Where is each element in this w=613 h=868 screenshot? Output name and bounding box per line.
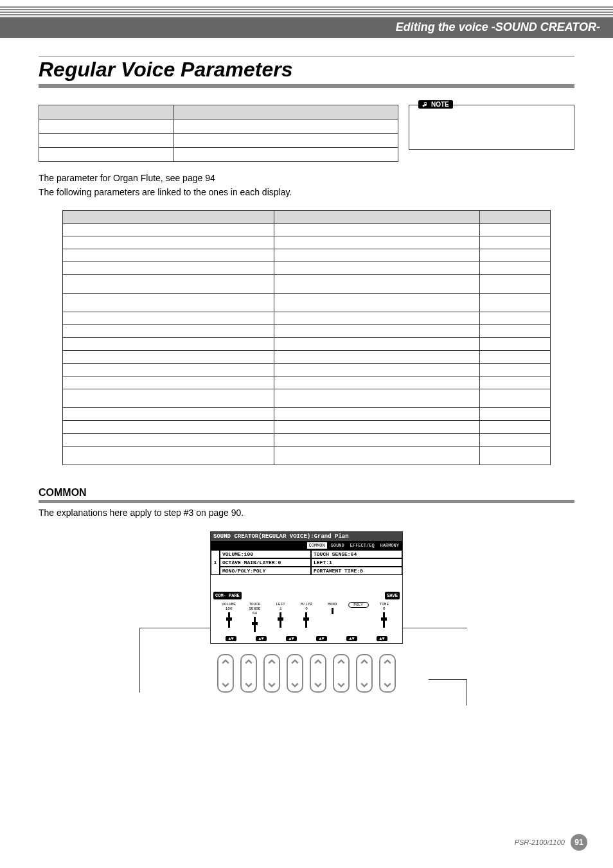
- arrow-button[interactable]: ▲▼: [226, 636, 236, 641]
- cell: PIANO settings in the MIXING CONSOLE (TU…: [274, 224, 480, 236]
- slider-value: POLY: [348, 602, 369, 608]
- param-header-3: Part: [480, 211, 551, 224]
- paragraph-2: The following parameters are linked to t…: [39, 186, 574, 199]
- arrow-button[interactable]: ▲▼: [316, 636, 326, 641]
- chevron-down-icon: [314, 681, 322, 689]
- slider-label: M/LYR: [296, 602, 317, 607]
- callout-line: [403, 628, 467, 628]
- slider-value: 64: [244, 611, 265, 616]
- slider-octave-left[interactable]: LEFT1: [271, 602, 291, 633]
- cell: [480, 312, 551, 325]
- cell: MONO/POLY: [63, 421, 274, 434]
- arrow-button[interactable]: ▲▼: [346, 636, 357, 641]
- panel-button[interactable]: [240, 654, 257, 693]
- chevron-up-icon: [268, 658, 276, 666]
- lcd-row-number: 1: [211, 550, 220, 575]
- slider-label: LEFT: [271, 602, 291, 607]
- slider-touch-sense[interactable]: TOUCHSENSE64: [244, 602, 265, 633]
- note-label: NOTE: [431, 101, 449, 108]
- panel-button[interactable]: [310, 654, 326, 693]
- panel-button[interactable]: [379, 654, 396, 693]
- arrow-button[interactable]: ▲▼: [377, 636, 387, 641]
- cell: Selected part: [480, 389, 551, 408]
- table-row: PITCH BEND RANGEPITCH BEND RANGE in the …: [63, 447, 551, 465]
- param-header-1: SOUND CREATOR parameters: [63, 211, 274, 224]
- panel-button[interactable]: [356, 654, 373, 693]
- slider-label: TOUCH: [244, 602, 265, 607]
- compare-button[interactable]: COM- PARE: [213, 592, 242, 599]
- lcd-tab-sound[interactable]: SOUND: [328, 542, 347, 549]
- cell: [480, 434, 551, 447]
- lcd-params: 1 VOLUME:100TOUCH SENSE:64 OCTAVE MAIN/L…: [211, 550, 402, 575]
- cell: MAIN: [480, 224, 551, 236]
- cell: CHORUS DEPTH: [63, 338, 274, 351]
- cell: REVERB DEPTH: [63, 325, 274, 338]
- lcd-param-cell: VOLUME:100: [220, 550, 311, 558]
- cell: VIBRATO settings: [63, 389, 274, 408]
- section-title: Regular Voice Parameters: [39, 57, 574, 84]
- table-row: VARIATION ON/OFFVARIATION button on the …: [63, 376, 551, 389]
- chevron-up-icon: [337, 658, 345, 666]
- cell: OCTAVE in the MIXING CONSOLE (TUNE page)…: [274, 262, 480, 275]
- lcd-arrow-row: ▲▼ ▲▼ ▲▼ ▲▼ ▲▼ ▲▼: [211, 636, 402, 643]
- voice-type-cell: PIANO, COMMON, SOUND, EFFECT/EQ, HARMONY: [174, 120, 398, 134]
- chevron-up-icon: [360, 658, 368, 666]
- table-row: MONO/POLYMONO/POLY in the MIXING CONSOLE…: [63, 421, 551, 434]
- slider-octave-mlyr[interactable]: M/LYR0: [296, 602, 317, 633]
- param-header-2: Corresponding parameters (page): [274, 211, 480, 224]
- cell: PIANO settings (PSR-2100 only): [63, 224, 274, 236]
- table-row: Natural voices (PSR-2100 only) PIANO, CO…: [39, 120, 398, 134]
- cell: VARIATION button on the panel (page 61): [274, 376, 480, 389]
- callout-line: [139, 628, 210, 628]
- panel-button-deck: [178, 654, 435, 693]
- table-row: OCTAVEOCTAVE in the MIXING CONSOLE (TUNE…: [63, 262, 551, 275]
- cell: TOUCH SENSE: [63, 249, 274, 262]
- slider-mono[interactable]: MONO: [322, 602, 342, 633]
- table-row: REVERB DEPTHREVERB in the MIXING CONSOLE…: [63, 325, 551, 338]
- header-bar: Editing the voice -SOUND CREATOR-: [0, 17, 613, 38]
- slider-value: 0: [374, 607, 395, 611]
- cell: [480, 351, 551, 364]
- lcd-param-cell: PORTAMENT TIME:0: [311, 567, 402, 575]
- chevron-down-icon: [360, 681, 368, 689]
- subsection-block: COMMON: [39, 487, 574, 503]
- cell: [480, 262, 551, 275]
- chevron-down-icon: [268, 681, 276, 689]
- slider-volume[interactable]: VOLUME100: [218, 602, 239, 633]
- lcd-tab-effect-eq[interactable]: EFFECT/EQ: [348, 542, 377, 549]
- slider-label: VOLUME: [218, 602, 239, 607]
- arrow-button[interactable]: ▲▼: [286, 636, 296, 641]
- cell: [480, 236, 551, 249]
- chevron-up-icon: [314, 658, 322, 666]
- panel-button[interactable]: [333, 654, 350, 693]
- lcd-tab-common[interactable]: COMMON: [306, 542, 328, 549]
- panel-button[interactable]: [263, 654, 280, 693]
- lcd-sliders: VOLUME100 TOUCHSENSE64 LEFT1 M/LYR0 MONO…: [211, 601, 402, 636]
- cell: [480, 364, 551, 376]
- table-row: Regular voices COMMON, SOUND, EFFECT/EQ,…: [39, 134, 398, 148]
- slider-value: 0: [296, 607, 317, 611]
- panel-button[interactable]: [217, 654, 234, 693]
- cell: [480, 294, 551, 312]
- cell: PITCH BEND RANGE: [63, 447, 274, 465]
- cell: DSP settings in the MIXING CONSOLE (EFFE…: [274, 364, 480, 376]
- cell: EQ settings in the MIXING CONSOLE (EQ pa…: [274, 408, 480, 421]
- cell: EG settings: [63, 312, 274, 325]
- cell: [480, 325, 551, 338]
- cell: MONO/POLY in the MIXING CONSOLE (TUNE pa…: [274, 421, 480, 434]
- table-row: EG settingsEG settings in the MIXING CON…: [63, 312, 551, 325]
- cell: PITCH BEND RANGE in the MIXING CONSOLE (…: [274, 447, 480, 465]
- voice-type-cell: Regular voices: [39, 134, 174, 148]
- slider-poly[interactable]: POLY: [348, 602, 369, 633]
- table-row: FILTER settingsFILTER settings in the MI…: [63, 294, 551, 312]
- slider-portament-time[interactable]: TIME0: [374, 602, 395, 633]
- table-row: VOLUMEVOLUME in the MIXING CONSOLE (VOL/…: [63, 236, 551, 249]
- table-row: TOUCH SENSETOUCH in the MIXING CONSOLE (…: [63, 249, 551, 262]
- panel-button[interactable]: [287, 654, 303, 693]
- arrow-button[interactable]: ▲▼: [256, 636, 266, 641]
- note-icon: [422, 102, 429, 108]
- cell: VARIATION ON/OFF: [63, 376, 274, 389]
- subheading: COMMON: [39, 487, 574, 500]
- lcd-tab-harmony[interactable]: HARMONY: [378, 542, 402, 549]
- save-button[interactable]: SAVE: [385, 592, 400, 599]
